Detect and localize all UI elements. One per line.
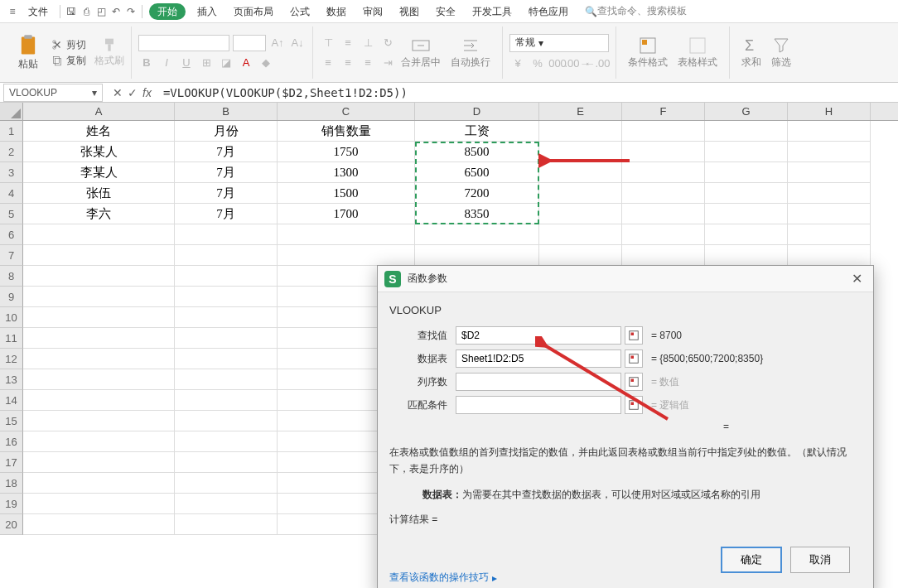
row-header[interactable]: 3 [0,162,23,183]
decrease-font-icon[interactable]: A↓ [289,35,306,51]
align-middle-icon[interactable]: ≡ [340,35,356,51]
row-header[interactable]: 4 [0,183,23,204]
cell[interactable] [539,183,622,204]
cell[interactable]: 1300 [278,162,415,183]
col-G[interactable]: G [705,103,788,120]
fill-color-icon[interactable]: ◪ [218,55,234,71]
orientation-icon[interactable]: ↻ [379,35,396,51]
italic-icon[interactable]: I [158,55,175,71]
preview-icon[interactable]: ◰ [94,6,109,17]
row-header[interactable]: 12 [0,349,23,369]
align-right-icon[interactable]: ≡ [360,55,376,71]
cell[interactable] [622,183,705,204]
ok-button[interactable]: 确定 [721,547,782,573]
cell[interactable] [175,452,278,473]
col-F[interactable]: F [622,103,705,120]
percent-icon[interactable]: % [529,55,546,72]
select-all-corner[interactable] [0,103,23,121]
tab-dev-tools[interactable]: 开发工具 [464,0,520,23]
paste-button[interactable]: 粘贴 [13,34,43,71]
cancel-button[interactable]: 取消 [790,547,850,573]
cell[interactable] [175,390,278,411]
cell[interactable] [175,473,278,494]
cell[interactable] [23,307,175,328]
cell[interactable]: 张伍 [23,183,175,204]
cell[interactable] [705,162,788,183]
cell[interactable]: 月份 [175,121,278,142]
indent-icon[interactable]: ⇥ [379,55,396,71]
cell[interactable] [23,369,175,390]
save-icon[interactable]: 🖫 [64,6,79,17]
cell[interactable] [788,162,871,183]
cond-format-button[interactable]: 条件格式 [623,36,673,70]
cell[interactable]: 7月 [175,142,278,162]
cut-button[interactable]: 剪切 [48,38,89,52]
cell[interactable] [539,142,622,162]
align-left-icon[interactable]: ≡ [320,55,336,71]
cell[interactable]: 1700 [278,204,415,224]
sum-button[interactable]: Σ 求和 [736,36,766,70]
cell[interactable] [705,142,788,162]
align-bottom-icon[interactable]: ⊥ [360,35,376,51]
cell[interactable] [23,328,175,349]
dialog-titlebar[interactable]: S 函数参数 ✕ [378,266,873,292]
col-D[interactable]: D [415,103,539,120]
thousand-sep-icon[interactable]: 000 [549,55,566,72]
help-link[interactable]: 查看该函数的操作技巧 ▸ [389,571,497,585]
cell[interactable] [788,183,871,204]
row-header[interactable]: 10 [0,307,23,328]
range-picker-icon[interactable] [625,373,643,391]
cell[interactable] [175,411,278,431]
cell[interactable] [705,224,788,245]
fx-accept-icon[interactable]: ✓ [128,86,138,99]
cell[interactable]: 7月 [175,183,278,204]
cell[interactable] [175,245,278,266]
name-box[interactable]: VLOOKUP ▾ [3,84,103,102]
cell[interactable]: 1500 [278,183,415,204]
cell[interactable] [622,224,705,245]
cell[interactable] [415,224,539,245]
row-header[interactable]: 9 [0,287,23,307]
font-size-select[interactable] [233,35,266,51]
cell[interactable] [788,224,871,245]
cell[interactable] [175,494,278,514]
cell[interactable] [539,204,622,224]
cell[interactable] [539,224,622,245]
cell[interactable] [175,369,278,390]
cell[interactable] [23,287,175,307]
increase-font-icon[interactable]: A↑ [269,35,286,51]
cell[interactable] [705,204,788,224]
menu-file[interactable]: 文件 [20,0,56,23]
cell[interactable] [23,514,175,535]
cell[interactable] [23,266,175,287]
range-picker-icon[interactable] [625,349,643,368]
decrease-decimal-icon[interactable]: ←.00 [589,55,606,72]
cell[interactable]: 张某人 [23,142,175,162]
tab-special[interactable]: 特色应用 [520,0,577,23]
cell[interactable] [23,349,175,369]
cell[interactable] [622,121,705,142]
cell[interactable] [175,431,278,452]
param-input[interactable] [456,373,621,391]
cell[interactable]: 6500 [415,162,539,183]
print-icon[interactable]: ⎙ [79,6,94,17]
cell-style-button[interactable]: 表格样式 [673,36,722,70]
cell[interactable]: 姓名 [23,121,175,142]
col-E[interactable]: E [539,103,622,120]
row-header[interactable]: 1 [0,121,23,142]
number-format-select[interactable]: 常规 ▾ [509,34,609,52]
cell[interactable]: 李六 [23,204,175,224]
row-header[interactable]: 2 [0,142,23,162]
col-B[interactable]: B [175,103,278,120]
search-box[interactable]: 🔍 查找命令、搜索模板 [585,4,687,18]
increase-decimal-icon[interactable]: .00→ [569,55,586,72]
font-color-icon[interactable]: A [238,55,254,71]
cell[interactable] [539,121,622,142]
tab-formula[interactable]: 公式 [282,0,318,23]
align-top-icon[interactable]: ⊤ [320,35,336,51]
cell[interactable] [175,349,278,369]
cell[interactable] [23,245,175,266]
cell[interactable] [622,245,705,266]
copy-button[interactable]: 复制 [48,54,89,68]
cell[interactable] [278,224,415,245]
